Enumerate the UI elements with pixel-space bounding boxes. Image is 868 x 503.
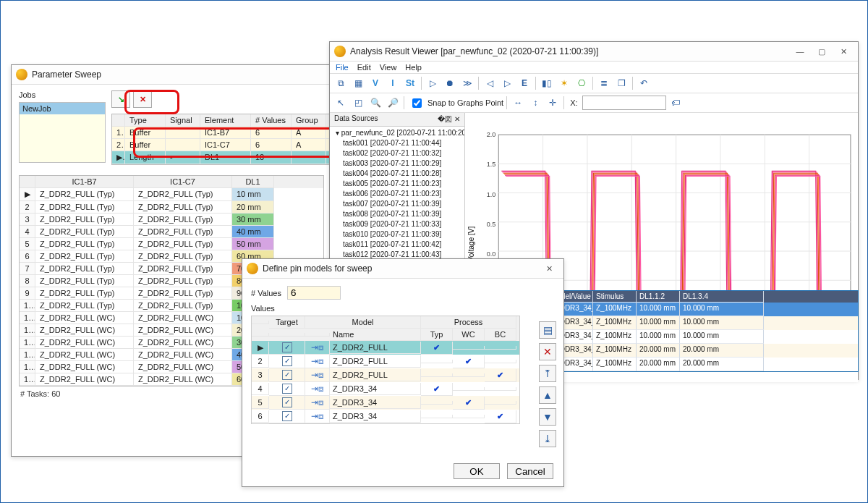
- dialog-title: Define pin models for sweep: [263, 263, 535, 274]
- zoom-out-icon[interactable]: 🔎: [385, 95, 401, 111]
- matrix-row[interactable]: 3Z_DDR2_FULL (Typ)Z_DDR2_FULL (Typ)30 mm: [20, 214, 323, 226]
- titlebar[interactable]: Analysis Result Viewer [par_newfunc_02 (…: [330, 42, 858, 62]
- undo-icon[interactable]: ↶: [636, 75, 652, 91]
- ok-button[interactable]: OK: [454, 463, 500, 479]
- titlebar[interactable]: Parameter Sweep: [12, 65, 331, 85]
- pin-model-row[interactable]: ▶✓⇥⧈Z_DDR2_FULL✔: [252, 341, 519, 355]
- i-icon[interactable]: I: [385, 75, 401, 91]
- tag-icon[interactable]: 🏷: [668, 95, 684, 111]
- ds-pin-icon[interactable]: �図 ✕: [438, 114, 460, 124]
- svg-text:Voltage [V]: Voltage [V]: [467, 226, 475, 261]
- layers-icon[interactable]: ≣: [596, 75, 612, 91]
- minimize-button[interactable]: —: [790, 44, 810, 59]
- ds-title: Data Sources: [334, 114, 378, 124]
- task-item[interactable]: task009 [2020-07-21 11:00:33]: [330, 219, 464, 229]
- window-title: Analysis Result Viewer [par_newfunc_02 (…: [350, 46, 786, 56]
- toolbar-1: ⧉ ▦ V I St ▷ ⏺ ≫ ◁ ▷ E ▮▯ ✶ ⎔ ≣ ❐ ↶: [330, 74, 858, 93]
- menu-view[interactable]: View: [380, 63, 397, 72]
- jobs-list-item[interactable]: NewJob: [20, 103, 105, 114]
- marker1-icon[interactable]: ▮▯: [539, 75, 555, 91]
- app-icon: [247, 263, 258, 274]
- x-label: X:: [567, 98, 580, 107]
- zoom-area-icon[interactable]: ◰: [350, 95, 366, 111]
- task-item[interactable]: task001 [2020-07-21 11:00:44]: [330, 138, 464, 148]
- new-window-icon[interactable]: ❐: [613, 75, 629, 91]
- task-item[interactable]: task008 [2020-07-21 11:00:39]: [330, 209, 464, 219]
- sweep-param-row[interactable]: 2BufferIC1-C76A#6: [112, 139, 348, 151]
- values-label: Values: [251, 304, 555, 313]
- v-icon[interactable]: V: [367, 75, 383, 91]
- move-top-button[interactable]: ⤒: [539, 365, 556, 382]
- cancel-button[interactable]: Cancel: [507, 463, 553, 479]
- task-item[interactable]: task011 [2020-07-21 11:00:42]: [330, 240, 464, 250]
- pin-model-row[interactable]: 2✓⇥⧈Z_DDR2_FULL✔: [252, 355, 519, 368]
- nvalues-input[interactable]: [287, 286, 341, 300]
- task-item[interactable]: task006 [2020-07-21 11:00:23]: [330, 189, 464, 199]
- matrix-row[interactable]: 4Z_DDR2_FULL (Typ)Z_DDR2_FULL (Typ)40 mm: [20, 226, 323, 238]
- close-button[interactable]: ✕: [833, 44, 854, 59]
- menubar[interactable]: File Edit View Help: [330, 62, 858, 74]
- task-item[interactable]: task005 [2020-07-21 11:00:23]: [330, 179, 464, 189]
- chart-icon[interactable]: ⧉: [333, 75, 349, 91]
- titlebar[interactable]: Define pin models for sweep ✕: [242, 259, 563, 279]
- task-item[interactable]: task007 [2020-07-21 11:00:39]: [330, 199, 464, 209]
- matrix-row[interactable]: ▶Z_DDR2_FULL (Typ)Z_DDR2_FULL (Typ)10 mm: [20, 188, 323, 201]
- jobs-list[interactable]: NewJob: [19, 102, 106, 163]
- cross-cursor-icon[interactable]: ✛: [545, 95, 561, 111]
- task-item[interactable]: task010 [2020-07-21 11:00:39]: [330, 229, 464, 240]
- menu-edit[interactable]: Edit: [357, 63, 371, 72]
- cursor-icon[interactable]: ↖: [333, 95, 349, 111]
- pin-values-grid[interactable]: Target Model Process Name Typ WC BC ▶✓⇥⧈…: [251, 316, 520, 424]
- svg-text:0.0: 0.0: [487, 250, 496, 258]
- delete-job-button[interactable]: ✕: [133, 90, 152, 108]
- svg-text:2.0: 2.0: [487, 131, 496, 138]
- st-icon[interactable]: St: [402, 75, 418, 91]
- task-item[interactable]: task003 [2020-07-21 11:00:29]: [330, 158, 464, 169]
- pin-model-row[interactable]: 6✓⇥⧈Z_DDR3_34✔: [252, 410, 519, 423]
- nvalues-label: # Values: [251, 289, 281, 297]
- task-item[interactable]: task002 [2020-07-21 11:00:32]: [330, 148, 464, 158]
- svg-text:1.5: 1.5: [487, 161, 496, 168]
- new-row-button[interactable]: ▤: [539, 321, 556, 339]
- prev-icon[interactable]: ◁: [482, 75, 498, 91]
- vcursor-icon[interactable]: ↕: [527, 95, 543, 111]
- next-icon[interactable]: ▷: [499, 75, 515, 91]
- e-icon[interactable]: E: [516, 75, 532, 91]
- menu-file[interactable]: File: [336, 63, 349, 72]
- task-item[interactable]: task004 [2020-07-21 11:00:28]: [330, 169, 464, 179]
- fast-icon[interactable]: ≫: [459, 75, 475, 91]
- apply-job-button[interactable]: ↘: [111, 90, 130, 108]
- x-value-input[interactable]: [582, 96, 666, 110]
- app-icon: [16, 69, 27, 80]
- pin-model-row[interactable]: 3✓⇥⧈Z_DDR2_FULL✔: [252, 368, 519, 382]
- matrix-row[interactable]: 5Z_DDR2_FULL (Typ)Z_DDR2_FULL (Typ)50 mm: [20, 238, 323, 250]
- hcursor-icon[interactable]: ↔: [510, 95, 526, 111]
- svg-text:1.0: 1.0: [487, 191, 496, 198]
- pin-model-row[interactable]: 4✓⇥⧈Z_DDR3_34✔: [252, 382, 519, 396]
- delete-row-button[interactable]: ✕: [539, 343, 556, 360]
- grid-icon[interactable]: ▦: [350, 75, 366, 91]
- define-pin-models-dialog: Define pin models for sweep ✕ # Values V…: [242, 258, 564, 487]
- maximize-button[interactable]: ▢: [812, 44, 832, 59]
- sweep-param-row[interactable]: 1BufferIC1-B76A#6: [112, 127, 348, 139]
- svg-text:0.5: 0.5: [487, 221, 496, 228]
- matrix-row[interactable]: 2Z_DDR2_FULL (Typ)Z_DDR2_FULL (Typ)20 mm: [20, 201, 323, 214]
- sweep-param-row[interactable]: ▶Length-DL11010: [112, 151, 348, 164]
- zoom-in-icon[interactable]: 🔍: [367, 95, 383, 111]
- snap-checkbox[interactable]: [412, 98, 422, 108]
- move-down-button[interactable]: ▼: [539, 408, 556, 426]
- move-up-button[interactable]: ▲: [539, 386, 556, 404]
- target-icon[interactable]: ✶: [556, 75, 572, 91]
- record-icon[interactable]: ⏺: [442, 75, 458, 91]
- close-button[interactable]: ✕: [539, 261, 559, 276]
- anchor-icon[interactable]: ⎔: [574, 75, 590, 91]
- play-icon[interactable]: ▷: [425, 75, 441, 91]
- snap-label: Snap to Graphs Point: [427, 98, 503, 107]
- sweep-params-grid[interactable]: Type Signal Element # Values Group 1Buff…: [111, 114, 349, 165]
- menu-help[interactable]: Help: [405, 63, 422, 72]
- app-icon: [334, 46, 346, 57]
- move-bottom-button[interactable]: ⤓: [539, 430, 556, 447]
- pin-model-row[interactable]: 5✓⇥⧈Z_DDR3_34✔: [252, 396, 519, 410]
- window-title: Parameter Sweep: [32, 69, 327, 80]
- jobs-label: Jobs: [19, 90, 106, 99]
